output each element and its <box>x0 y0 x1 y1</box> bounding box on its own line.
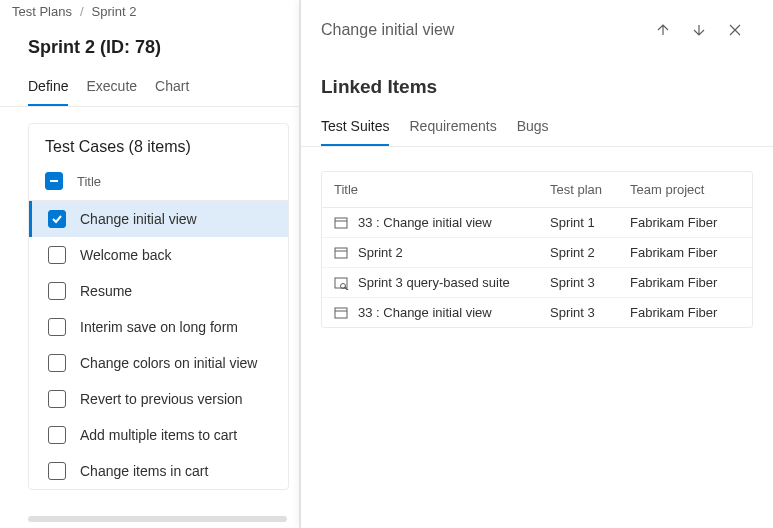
list-item[interactable]: Add multiple items to cart <box>29 417 288 453</box>
row-checkbox[interactable] <box>48 246 66 264</box>
tab-requirements[interactable]: Requirements <box>409 112 496 146</box>
suite-icon <box>334 246 350 260</box>
list-item[interactable]: Change colors on initial view <box>29 345 288 381</box>
list-item[interactable]: Change initial view <box>29 201 288 237</box>
svg-rect-2 <box>335 248 347 258</box>
arrow-up-icon <box>655 22 671 38</box>
arrow-down-icon <box>691 22 707 38</box>
svg-rect-1 <box>335 218 347 228</box>
row-checkbox[interactable] <box>48 354 66 372</box>
close-icon <box>727 22 743 38</box>
list-item[interactable]: Interim save on long form <box>29 309 288 345</box>
row-title: Interim save on long form <box>80 319 238 335</box>
column-header-team[interactable]: Team project <box>630 182 740 197</box>
cell-title: 33 : Change initial view <box>358 215 550 230</box>
panel-header: Change initial view <box>301 0 773 60</box>
previous-button[interactable] <box>645 12 681 48</box>
table-row[interactable]: Sprint 2Sprint 2Fabrikam Fiber <box>322 238 752 268</box>
test-cases-card: Test Cases (8 items) Title Change initia… <box>28 123 289 490</box>
row-title: Welcome back <box>80 247 172 263</box>
column-header-plan[interactable]: Test plan <box>550 182 630 197</box>
list-item[interactable]: Change items in cart <box>29 453 288 489</box>
row-checkbox[interactable] <box>48 210 66 228</box>
breadcrumb: Test Plans / Sprint 2 <box>0 0 299 23</box>
next-button[interactable] <box>681 12 717 48</box>
cell-plan: Sprint 1 <box>550 215 630 230</box>
main-tabs: Define Execute Chart <box>0 66 299 107</box>
svg-rect-5 <box>335 308 347 318</box>
row-title: Resume <box>80 283 132 299</box>
cell-plan: Sprint 2 <box>550 245 630 260</box>
cell-plan: Sprint 3 <box>550 275 630 290</box>
list-body: Change initial viewWelcome backResumeInt… <box>29 201 288 489</box>
column-header-title[interactable]: Title <box>334 182 550 197</box>
row-checkbox[interactable] <box>48 462 66 480</box>
list-item[interactable]: Welcome back <box>29 237 288 273</box>
section-title: Linked Items <box>301 60 773 108</box>
row-title: Change items in cart <box>80 463 208 479</box>
table-body: 33 : Change initial viewSprint 1Fabrikam… <box>322 208 752 327</box>
svg-rect-0 <box>50 180 58 182</box>
linked-items-table: Title Test plan Team project 33 : Change… <box>321 171 753 328</box>
breadcrumb-root[interactable]: Test Plans <box>12 4 72 19</box>
cell-title: Sprint 2 <box>358 245 550 260</box>
cell-team: Fabrikam Fiber <box>630 305 740 320</box>
column-header-title[interactable]: Title <box>77 174 101 189</box>
row-title: Add multiple items to cart <box>80 427 237 443</box>
close-button[interactable] <box>717 12 753 48</box>
cell-team: Fabrikam Fiber <box>630 245 740 260</box>
table-row[interactable]: 33 : Change initial viewSprint 3Fabrikam… <box>322 298 752 327</box>
table-row[interactable]: 33 : Change initial viewSprint 1Fabrikam… <box>322 208 752 238</box>
cell-team: Fabrikam Fiber <box>630 215 740 230</box>
list-header: Title <box>29 166 288 201</box>
suite-icon <box>334 276 350 290</box>
tab-execute[interactable]: Execute <box>86 72 137 106</box>
table-row[interactable]: Sprint 3 query-based suiteSprint 3Fabrik… <box>322 268 752 298</box>
cell-plan: Sprint 3 <box>550 305 630 320</box>
card-title: Test Cases (8 items) <box>29 124 288 166</box>
breadcrumb-current[interactable]: Sprint 2 <box>92 4 137 19</box>
suite-icon <box>334 216 350 230</box>
indeterminate-icon <box>48 175 60 187</box>
suite-icon <box>334 306 350 320</box>
list-item[interactable]: Resume <box>29 273 288 309</box>
cell-title: 33 : Change initial view <box>358 305 550 320</box>
side-panel: Change initial view Linked Items Test Su… <box>300 0 773 528</box>
cell-team: Fabrikam Fiber <box>630 275 740 290</box>
tab-define[interactable]: Define <box>28 72 68 106</box>
check-icon <box>51 213 63 225</box>
cell-title: Sprint 3 query-based suite <box>358 275 550 290</box>
row-checkbox[interactable] <box>48 318 66 336</box>
tab-bugs[interactable]: Bugs <box>517 112 549 146</box>
list-item[interactable]: Revert to previous version <box>29 381 288 417</box>
panel-title: Change initial view <box>321 21 645 39</box>
page-title: Sprint 2 (ID: 78) <box>0 23 299 66</box>
row-title: Change initial view <box>80 211 197 227</box>
row-title: Change colors on initial view <box>80 355 257 371</box>
horizontal-scrollbar[interactable] <box>28 516 287 522</box>
tab-test-suites[interactable]: Test Suites <box>321 112 389 146</box>
row-title: Revert to previous version <box>80 391 243 407</box>
table-header: Title Test plan Team project <box>322 172 752 208</box>
tab-chart[interactable]: Chart <box>155 72 189 106</box>
main-panel: Test Plans / Sprint 2 Sprint 2 (ID: 78) … <box>0 0 300 528</box>
panel-tabs: Test Suites Requirements Bugs <box>301 108 773 147</box>
select-all-checkbox[interactable] <box>45 172 63 190</box>
row-checkbox[interactable] <box>48 390 66 408</box>
breadcrumb-separator: / <box>80 4 84 19</box>
row-checkbox[interactable] <box>48 426 66 444</box>
row-checkbox[interactable] <box>48 282 66 300</box>
